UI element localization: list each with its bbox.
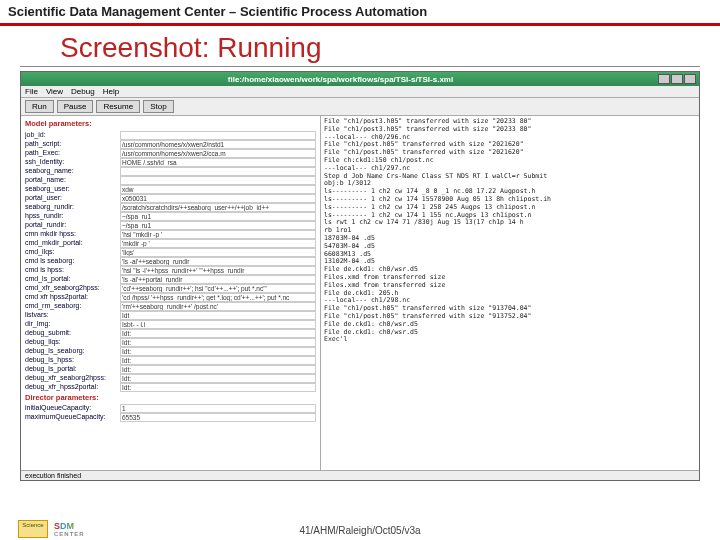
menubar: File View Debug Help (21, 86, 699, 98)
maximize-icon[interactable] (671, 74, 683, 84)
param-row: cmd ls hpss:'hsi "ls -l'++hpss_rundir++'… (25, 266, 316, 275)
param-label: seaborg_name: (25, 167, 120, 176)
param-value[interactable]: 'llqs' (120, 248, 316, 257)
resume-button[interactable]: Resume (96, 100, 140, 113)
param-label: cmd_rm_seaborg: (25, 302, 120, 311)
param-value[interactable]: Idt: (120, 338, 316, 347)
log-line: File ch:ckd1:150 ch1/post.nc (324, 157, 696, 165)
param-row: job_id: (25, 131, 316, 140)
param-value[interactable]: 'cd'++seaborg_rundir++'; hsi "cd'++...++… (120, 284, 316, 293)
pause-button[interactable]: Pause (57, 100, 94, 113)
param-value[interactable]: ~/spa_ru1 (120, 212, 316, 221)
param-label: debug_ls_portal: (25, 365, 120, 374)
param-value[interactable]: 'mkdir -p ' (120, 239, 316, 248)
param-row: listvars:Idt (25, 311, 316, 320)
param-value[interactable]: Isbt- - l.i (120, 320, 316, 329)
param-value[interactable]: 'hsi "ls -l'++hpss_rundir++' "'++hpss_ru… (120, 266, 316, 275)
menu-view[interactable]: View (46, 87, 63, 96)
param-value[interactable]: /usr/common/homes/x/xwen2/cca.m (120, 149, 316, 158)
param-label: portal_name: (25, 176, 120, 185)
param-value[interactable]: xdw (120, 185, 316, 194)
param-row: cmd_xfr_seaborg2hpss:'cd'++seaborg_rundi… (25, 284, 316, 293)
log-line: File "ch1/post.h05" transferred with siz… (324, 141, 696, 149)
stop-button[interactable]: Stop (143, 100, 173, 113)
menu-debug[interactable]: Debug (71, 87, 95, 96)
titlebar: file:/home/xiaowen/work/spa/workflows/sp… (21, 72, 699, 86)
param-value[interactable]: x050031 (120, 194, 316, 203)
param-value[interactable]: HOME /.ssh/id_rsa (120, 158, 316, 167)
close-icon[interactable] (684, 74, 696, 84)
param-label: dir_Img: (25, 320, 120, 329)
param-value[interactable]: Idt (120, 311, 316, 320)
param-row: cmd xfr hpss2portal:'cd /hpss/ '++hpss_r… (25, 293, 316, 302)
param-label: cmd_llqs: (25, 248, 120, 257)
param-value[interactable]: /scratch/scratchdirs/++seaborg_user++/++… (120, 203, 316, 212)
param-row: debug_submit:Idt: (25, 329, 316, 338)
param-label: cmd ls hpss: (25, 266, 120, 275)
log-line: File "ch1/post3.h05" transferred with si… (324, 126, 696, 134)
param-row: portal_name: (25, 176, 316, 185)
param-value[interactable]: ~/spa_ru1 (120, 221, 316, 230)
param-value[interactable]: /usr/common/homes/x/xwen2/nstd1 (120, 140, 316, 149)
param-row: path_Exec:/usr/common/homes/x/xwen2/cca.… (25, 149, 316, 158)
param-label: cmn mkdir hpss: (25, 230, 120, 239)
content-area: Model parameters: job_id:path_script:/us… (21, 116, 699, 470)
param-row: debug_xfr_seaborg2hpss:Idt: (25, 374, 316, 383)
param-row: debug_ls_hpss:Idt: (25, 356, 316, 365)
window-title: file:/home/xiaowen/work/spa/workflows/sp… (24, 75, 657, 84)
log-line: File de.ckd1: 205.h (324, 290, 696, 298)
banner-header: Scientific Data Management Center – Scie… (0, 0, 720, 26)
log-line: File "ch1/post.h05" transferred with siz… (324, 149, 696, 157)
log-line: ---local--- ch1/298.nc (324, 297, 696, 305)
param-row: seaborg_user:xdw (25, 185, 316, 194)
log-line: File "ch1/post.h05" transferred with siz… (324, 305, 696, 313)
director-params-header: Director parameters: (25, 394, 316, 403)
param-value[interactable]: Idt: (120, 356, 316, 365)
param-value[interactable]: 'ls -al'++seaborg_rundir (120, 257, 316, 266)
param-label: ssh_Identity: (25, 158, 120, 167)
param-label: cmd_ls_portal: (25, 275, 120, 284)
log-pane: File "ch1/post3.h05" transferred with si… (321, 116, 699, 470)
log-line: 54703M-04 .d5 (324, 243, 696, 251)
param-value[interactable]: 65535 (120, 413, 316, 422)
param-row: dir_Img:Isbt- - l.i (25, 320, 316, 329)
log-line: ls--------- 1 ch2 cw 174 15578900 Aug 05… (324, 196, 696, 204)
param-label: debug_ls_hpss: (25, 356, 120, 365)
log-line: ls rwt 1 ch2 cw 174 71 /830j Aug 15 13(1… (324, 219, 696, 227)
menu-file[interactable]: File (25, 87, 38, 96)
param-label: seaborg_user: (25, 185, 120, 194)
param-label: cmd xfr hpss2portal: (25, 293, 120, 302)
log-line: File de.ckd1: ch0/wsr.d5 (324, 329, 696, 337)
param-label: cmd_mkdir_portal: (25, 239, 120, 248)
param-value[interactable]: Idt: (120, 374, 316, 383)
log-line: ls--------- 1 ch2 cw 174 _8 0 _1 nc.08 1… (324, 188, 696, 196)
param-row: portal_user:x050031 (25, 194, 316, 203)
param-label: hpss_rundir: (25, 212, 120, 221)
log-line: Files.xmd from transferred size (324, 274, 696, 282)
param-value[interactable]: 1 (120, 404, 316, 413)
param-value[interactable]: Idt: (120, 383, 316, 392)
param-value[interactable]: 'rm'++seaborg_rundir++' /post.nc' (120, 302, 316, 311)
param-value[interactable]: 'ls -al'++portal_rundir (120, 275, 316, 284)
param-row: path_script:/usr/common/homes/x/xwen2/ns… (25, 140, 316, 149)
minimize-icon[interactable] (658, 74, 670, 84)
param-value[interactable]: Idt: (120, 347, 316, 356)
log-line: ls--------- 1 ch2 cw 174 1 155 nc.Augps … (324, 212, 696, 220)
param-value[interactable] (120, 131, 316, 140)
log-line: obj:b 1/3012 (324, 180, 696, 188)
param-value[interactable]: Idt: (120, 329, 316, 338)
menu-help[interactable]: Help (103, 87, 119, 96)
run-button[interactable]: Run (25, 100, 54, 113)
log-line: rb 1ro1 (324, 227, 696, 235)
param-value[interactable] (120, 167, 316, 176)
param-row: hpss_rundir:~/spa_ru1 (25, 212, 316, 221)
param-value[interactable] (120, 176, 316, 185)
param-label: maximumQueueCapacity: (25, 413, 120, 422)
param-label: debug_ls_seaborg: (25, 347, 120, 356)
param-label: initialQueueCapacity: (25, 404, 120, 413)
param-value[interactable]: 'cd /hpss/ '++hpss_rundir++'; get *.log;… (120, 293, 316, 302)
log-line: File de.ckd1: ch0/wsr.d5 (324, 266, 696, 274)
param-value[interactable]: 'hsi "mkdir -p ' (120, 230, 316, 239)
param-value[interactable]: Idt: (120, 365, 316, 374)
param-label: job_id: (25, 131, 120, 140)
